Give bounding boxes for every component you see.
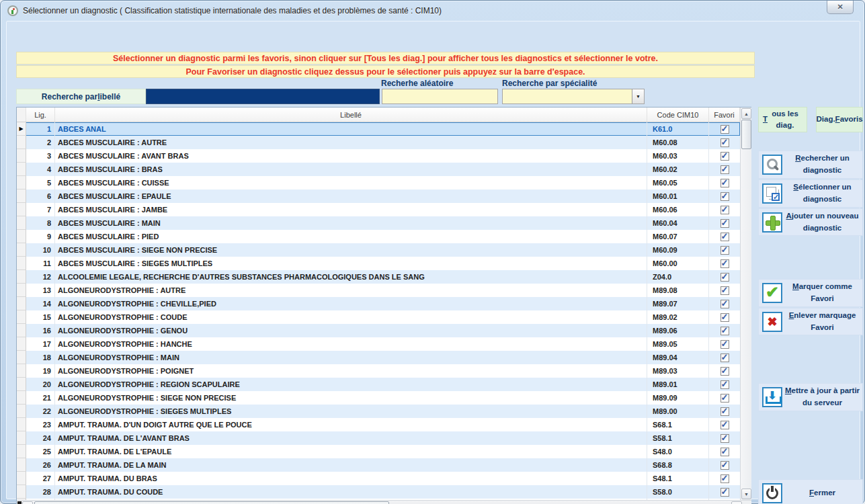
search-diagnostic-button[interactable]: Rechercher un diagnostic xyxy=(758,151,863,179)
row-favori-cell xyxy=(709,378,740,391)
row-code-cim10: M89.00 xyxy=(647,405,709,418)
favori-checkbox[interactable] xyxy=(720,313,729,322)
table-row[interactable]: ▶1ABCES ANALK61.0 xyxy=(17,122,740,136)
favori-checkbox[interactable] xyxy=(720,353,729,362)
table-row[interactable]: 5ABCES MUSCULAIRE : CUISSEM60.05 xyxy=(17,176,740,190)
table-row[interactable]: 3ABCES MUSCULAIRE : AVANT BRASM60.03 xyxy=(17,149,740,163)
table-row[interactable]: 6ABCES MUSCULAIRE : EPAULEM60.01 xyxy=(17,190,740,203)
favori-checkbox[interactable] xyxy=(720,394,729,403)
window-title: Sélectionner un diagnostic ( Classificat… xyxy=(23,6,442,15)
favori-checkbox[interactable] xyxy=(720,448,729,456)
row-code-cim10: M60.07 xyxy=(647,230,709,243)
row-libelle: ALGONEURODYSTROPHIE : REGION SCAPULAIRE xyxy=(55,378,647,391)
select-diagnostic-button[interactable]: ✓ Sélectionner un diagnostic xyxy=(758,179,863,208)
scroll-left-button[interactable]: ◄ xyxy=(22,501,33,504)
favori-checkbox[interactable] xyxy=(720,340,729,349)
favori-checkbox[interactable] xyxy=(720,421,729,429)
table-row[interactable]: 14ALGONEURODYSTROPHIE : CHEVILLE,PIEDM89… xyxy=(17,297,740,310)
table-row[interactable]: 28AMPUT. TRAUMA. DU COUDES58.0 xyxy=(17,485,740,499)
favori-checkbox[interactable] xyxy=(720,152,729,161)
vertical-scroll-thumb[interactable] xyxy=(741,120,751,149)
table-row[interactable]: 11ABCES MUSCULAIRE : SIEGES MULTIPLESM60… xyxy=(17,257,740,270)
row-code-cim10: M60.09 xyxy=(647,243,709,257)
horizontal-scroll-thumb[interactable] xyxy=(34,501,389,504)
scroll-down-button[interactable]: ▼ xyxy=(741,489,751,499)
table-row[interactable]: 25AMPUT. TRAUMA. DE L'EPAULES48.0 xyxy=(17,445,740,458)
app-icon xyxy=(7,5,18,16)
table-row[interactable]: 13ALGONEURODYSTROPHIE : AUTREM89.08 xyxy=(17,284,740,297)
favori-checkbox[interactable] xyxy=(720,179,729,187)
favorite-diagnostics-button[interactable]: Diag. Favoris xyxy=(816,107,863,132)
table-row[interactable]: 12ALCOOLEMIE LEGALE, RECHERCHE D'AUTRES … xyxy=(17,270,740,284)
favori-checkbox[interactable] xyxy=(720,206,729,214)
specialty-dropdown[interactable]: ▼ xyxy=(502,89,645,104)
all-diagnostics-button[interactable]: Tous les diag. xyxy=(758,107,807,132)
random-search-input[interactable] xyxy=(382,89,498,104)
table-row[interactable]: 18ALGONEURODYSTROPHIE : MAINM89.04 xyxy=(17,351,740,364)
specialty-dropdown-button[interactable]: ▼ xyxy=(632,89,644,103)
row-selector-cell xyxy=(17,324,26,337)
favori-checkbox[interactable] xyxy=(720,273,729,282)
favori-checkbox[interactable] xyxy=(720,300,729,308)
favori-checkbox[interactable] xyxy=(720,327,729,335)
table-row[interactable]: 2ABCES MUSCULAIRE : AUTREM60.08 xyxy=(17,136,740,149)
favori-checkbox[interactable] xyxy=(720,434,729,443)
row-code-cim10: M60.06 xyxy=(647,203,709,216)
favori-checkbox[interactable] xyxy=(720,461,729,470)
favori-checkbox[interactable] xyxy=(720,138,729,147)
row-lig: 24 xyxy=(26,431,55,445)
row-selector-cell xyxy=(17,431,26,445)
row-libelle: ABCES MUSCULAIRE : EPAULE xyxy=(55,190,647,203)
table-row[interactable]: 17ALGONEURODYSTROPHIE : HANCHEM89.05 xyxy=(17,337,740,351)
header-libelle[interactable]: Libellé xyxy=(55,108,647,122)
favori-checkbox[interactable] xyxy=(720,259,729,268)
table-row[interactable]: 20ALGONEURODYSTROPHIE : REGION SCAPULAIR… xyxy=(17,378,740,391)
favori-checkbox[interactable] xyxy=(720,286,729,295)
favori-checkbox[interactable] xyxy=(720,380,729,389)
unmark-favorite-button[interactable]: ✖ Enlever marquage Favori xyxy=(758,308,863,335)
table-row[interactable]: 24AMPUT. TRAUMA. DE L'AVANT BRASS58.1 xyxy=(17,431,740,445)
fermer-button[interactable]: Fermer xyxy=(758,479,863,504)
search-by-label-input[interactable] xyxy=(146,89,380,104)
table-row[interactable]: 19ALGONEURODYSTROPHIE : POIGNETM89.03 xyxy=(17,364,740,378)
table-row[interactable]: 21ALGONEURODYSTROPHIE : SIEGE NON PRECIS… xyxy=(17,391,740,405)
table-row[interactable]: 23AMPUT. TRAUMA. D'UN DOIGT AUTRE QUE LE… xyxy=(17,418,740,431)
table-row[interactable]: 27AMPUT. TRAUMA. DU BRASS48.1 xyxy=(17,472,740,485)
mark-favorite-button[interactable]: ✔ Marquer comme Favori xyxy=(758,279,863,307)
table-row[interactable]: 26AMPUT. TRAUMA. DE LA MAINS68.8 xyxy=(17,458,740,472)
header-code-cim10[interactable]: Code CIM10 xyxy=(647,108,709,122)
table-row[interactable]: 8ABCES MUSCULAIRE : MAINM60.04 xyxy=(17,216,740,230)
table-row[interactable]: 7ABCES MUSCULAIRE : JAMBEM60.06 xyxy=(17,203,740,216)
scroll-right-button[interactable]: ► xyxy=(731,501,742,504)
row-favori-cell xyxy=(709,297,740,310)
add-diagnostic-button[interactable]: Ajouter un nouveau diagnostic xyxy=(758,208,863,236)
row-lig: 5 xyxy=(26,176,55,190)
favori-checkbox[interactable] xyxy=(720,219,729,228)
table-row[interactable]: 15ALGONEURODYSTROPHIE : COUDEM89.02 xyxy=(17,310,740,324)
table-row[interactable]: 22ALGONEURODYSTROPHIE : SIEGES MULTIPLES… xyxy=(17,405,740,418)
favori-checkbox[interactable] xyxy=(720,407,729,416)
row-selector-cell xyxy=(17,337,26,351)
favori-checkbox[interactable] xyxy=(720,367,729,376)
close-button[interactable]: ✕ xyxy=(827,1,854,14)
row-favori-cell xyxy=(709,405,740,418)
favori-checkbox[interactable] xyxy=(720,246,729,255)
header-favori[interactable]: Favori xyxy=(709,108,740,122)
row-selector-cell xyxy=(17,190,26,203)
favori-checkbox[interactable] xyxy=(720,125,729,134)
favori-checkbox[interactable] xyxy=(720,488,729,497)
favori-checkbox[interactable] xyxy=(720,192,729,201)
table-row[interactable]: 4ABCES MUSCULAIRE : BRASM60.02 xyxy=(17,163,740,176)
update-from-server-button[interactable]: Mettre à jour à partir du serveur xyxy=(758,383,863,411)
row-libelle: ABCES MUSCULAIRE : JAMBE xyxy=(55,203,647,216)
favori-checkbox[interactable] xyxy=(720,474,729,483)
table-row[interactable]: 10ABCES MUSCULAIRE : SIEGE NON PRECISEM6… xyxy=(17,243,740,257)
header-lig[interactable]: Lig. xyxy=(26,108,55,122)
table-row[interactable]: 16ALGONEURODYSTROPHIE : GENOUM89.06 xyxy=(17,324,740,337)
favori-checkbox[interactable] xyxy=(720,165,729,174)
table-row[interactable]: 9ABCES MUSCULAIRE : PIEDM60.07 xyxy=(17,230,740,243)
favori-checkbox[interactable] xyxy=(720,233,729,241)
scroll-up-button[interactable]: ▲ xyxy=(741,108,751,119)
title-bar[interactable]: Sélectionner un diagnostic ( Classificat… xyxy=(1,1,864,21)
row-selector-cell xyxy=(17,230,26,243)
